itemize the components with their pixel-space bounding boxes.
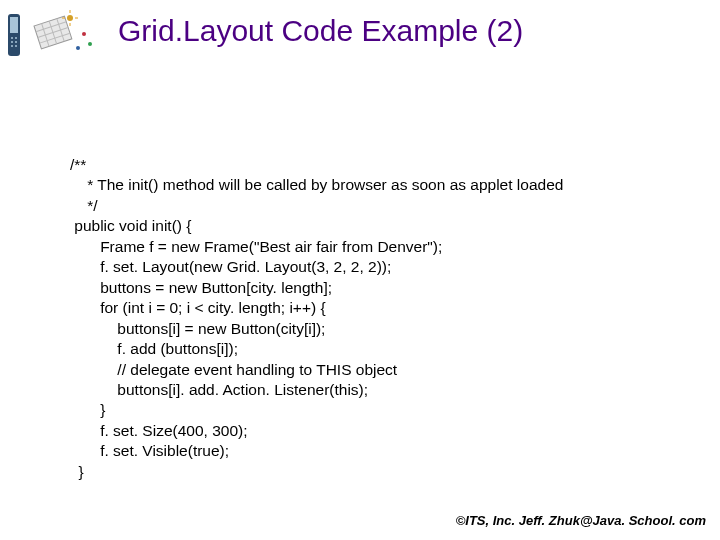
svg-point-15 bbox=[67, 15, 73, 21]
code-line: buttons[i]. add. Action. Listener(this); bbox=[70, 381, 368, 398]
code-line: for (int i = 0; i < city. length; i++) { bbox=[70, 299, 326, 316]
code-line: public void init() { bbox=[70, 217, 191, 234]
svg-rect-1 bbox=[10, 17, 18, 33]
footer-credit: ©ITS, Inc. Jeff. Zhuk@Java. School. com bbox=[456, 513, 706, 528]
svg-point-22 bbox=[88, 42, 92, 46]
svg-point-6 bbox=[11, 45, 13, 47]
svg-point-5 bbox=[15, 41, 17, 43]
svg-point-7 bbox=[15, 45, 17, 47]
slide-title: Grid.Layout Code Example (2) bbox=[118, 14, 523, 48]
code-line: } bbox=[70, 463, 84, 480]
code-line: /** bbox=[70, 156, 86, 173]
code-block: /** * The init() method will be called b… bbox=[70, 155, 563, 482]
code-line: buttons = new Button[city. length]; bbox=[70, 279, 332, 296]
code-line: } bbox=[70, 401, 105, 418]
code-line: Frame f = new Frame("Best air fair from … bbox=[70, 238, 442, 255]
svg-point-2 bbox=[11, 37, 13, 39]
code-line: // delegate event handling to THIS objec… bbox=[70, 361, 397, 378]
svg-point-21 bbox=[76, 46, 80, 50]
corner-decoration-icon bbox=[6, 8, 96, 68]
code-line: * The init() method will be called by br… bbox=[70, 176, 563, 193]
code-line: f. set. Visible(true); bbox=[70, 442, 229, 459]
code-line: f. set. Layout(new Grid. Layout(3, 2, 2,… bbox=[70, 258, 391, 275]
svg-point-3 bbox=[15, 37, 17, 39]
code-line: f. add (buttons[i]); bbox=[70, 340, 238, 357]
svg-point-4 bbox=[11, 41, 13, 43]
code-line: buttons[i] = new Button(city[i]); bbox=[70, 320, 325, 337]
svg-point-20 bbox=[82, 32, 86, 36]
code-line: */ bbox=[70, 197, 98, 214]
code-line: f. set. Size(400, 300); bbox=[70, 422, 247, 439]
